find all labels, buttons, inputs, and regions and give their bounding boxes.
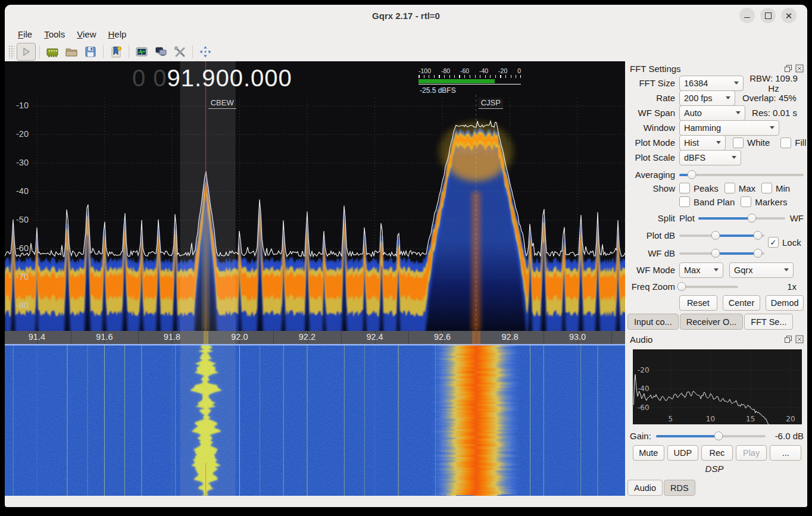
start-dsp-button[interactable]: [17, 43, 36, 61]
remote-control-button[interactable]: [152, 43, 170, 60]
gain-slider-handle[interactable]: [714, 431, 723, 440]
chevron-down-icon: [734, 82, 739, 85]
white-checkbox[interactable]: [733, 137, 744, 148]
toolbar-grip[interactable]: [8, 45, 14, 58]
gain-slider[interactable]: [656, 431, 766, 441]
min-checkbox[interactable]: [761, 183, 772, 193]
plot-db-low-handle[interactable]: [711, 231, 720, 240]
titlebar[interactable]: Gqrx 2.17 - rtl=0 ✕: [5, 5, 807, 26]
wf-span-select[interactable]: Auto: [679, 105, 745, 121]
save-button[interactable]: [82, 43, 99, 60]
chevron-down-icon: [732, 156, 736, 159]
tab-rds[interactable]: RDS: [664, 480, 695, 496]
chevron-down-icon: [784, 268, 789, 271]
io-config-button[interactable]: [43, 43, 61, 60]
maximize-button[interactable]: [760, 8, 776, 23]
dock-tabbar: Input co...Receiver O...FFT Se...: [627, 314, 793, 330]
bookmark-label-cjsp[interactable]: CJSP: [479, 98, 503, 109]
wf-span-label: WF Span: [625, 108, 679, 118]
bookmarks-button[interactable]: [107, 43, 125, 60]
menu-file[interactable]: File: [12, 28, 38, 40]
plot-scale-select[interactable]: dBFS: [679, 150, 741, 165]
plot-scale-label: Plot Scale: [625, 152, 679, 162]
udp-button[interactable]: UDP: [667, 445, 699, 461]
float-dock-icon[interactable]: [784, 335, 792, 343]
gain-value: -6.0 dB: [770, 431, 804, 441]
peaks-checkbox[interactable]: [679, 183, 690, 193]
wf-db-low-handle[interactable]: [711, 249, 720, 258]
window-select[interactable]: Hamming: [679, 120, 779, 136]
frequency-digits[interactable]: 91.900.000: [167, 65, 292, 91]
tab-receivero[interactable]: Receiver O...: [680, 314, 744, 330]
db-tick-label: -60: [7, 243, 29, 253]
max-checkbox[interactable]: [724, 183, 735, 193]
fill-checkbox[interactable]: [780, 137, 791, 148]
markers-checkbox[interactable]: [741, 196, 751, 207]
reset-button[interactable]: Reset: [679, 295, 717, 311]
menu-help[interactable]: Help: [102, 28, 132, 40]
close-dock-icon[interactable]: [795, 64, 804, 73]
plot-db-range-slider[interactable]: [679, 230, 764, 240]
band-plan-checkbox[interactable]: [679, 196, 690, 207]
split-slider-handle[interactable]: [748, 214, 757, 223]
freq-zoom-slider-handle[interactable]: [677, 282, 686, 291]
waterfall[interactable]: [5, 344, 625, 496]
waterfall-canvas[interactable]: [5, 344, 625, 496]
rate-select[interactable]: 200 fps: [679, 90, 735, 106]
toolbar: [5, 42, 807, 62]
split-slider[interactable]: [698, 213, 785, 223]
averaging-slider[interactable]: [679, 170, 804, 180]
freq-zoom-label: Freq Zoom: [625, 282, 679, 292]
freq-tick-label: 93.0: [564, 332, 591, 342]
window-label: Window: [625, 123, 679, 133]
svg-text:10: 10: [706, 415, 715, 423]
float-dock-icon[interactable]: [784, 64, 792, 73]
wf-mode-select[interactable]: Max: [679, 262, 723, 278]
bookmark-label-cbew[interactable]: CBEW: [208, 98, 236, 109]
open-file-button[interactable]: [63, 43, 80, 60]
tab-fftse[interactable]: FFT Se...: [744, 314, 793, 330]
close-dock-icon[interactable]: [795, 335, 804, 343]
window-title: Gqrx 2.17 - rtl=0: [5, 11, 807, 21]
tab-audio[interactable]: Audio: [627, 480, 663, 496]
tools-button[interactable]: [171, 43, 189, 60]
audio-spectrum-plot[interactable]: 5101520-20-40-60: [633, 349, 802, 424]
freq-tick-label: 92.6: [429, 332, 456, 342]
demod-button[interactable]: Demod: [766, 295, 804, 311]
minimize-button[interactable]: [739, 8, 755, 23]
wf-theme-select[interactable]: Gqrx: [729, 262, 794, 278]
menu-view[interactable]: View: [71, 28, 102, 40]
rec-button[interactable]: Rec: [701, 445, 733, 461]
center-button[interactable]: Center: [723, 295, 761, 311]
freq-zoom-slider[interactable]: [679, 282, 738, 292]
lock-checkbox[interactable]: ✓: [768, 237, 779, 248]
wf-db-range-slider[interactable]: [679, 248, 764, 258]
meter-tick-label: 0: [517, 67, 521, 74]
meter-value: -25.5 dBFS: [419, 86, 521, 95]
res-value: Res: 0.01 s: [745, 108, 804, 118]
wf-db-high-handle[interactable]: [753, 249, 762, 258]
overlap-value: Overlap: 45%: [735, 93, 804, 103]
averaging-slider-handle[interactable]: [687, 170, 696, 179]
freq-tick-label: 92.4: [361, 332, 389, 342]
wf-mode-label: WF Mode: [625, 265, 679, 275]
spectrum-canvas[interactable]: [5, 61, 625, 331]
mute-button[interactable]: Mute: [633, 445, 664, 461]
tab-inputco[interactable]: Input co...: [627, 314, 679, 330]
frequency-display[interactable]: 0 091.900.000: [132, 65, 292, 92]
frequency-axis[interactable]: 91.491.691.892.092.292.492.692.893.0: [5, 331, 625, 344]
freq-tick-label: 92.8: [496, 332, 524, 342]
fullscreen-button[interactable]: [196, 43, 214, 60]
menu-tools[interactable]: Tools: [38, 28, 71, 40]
spectrum-plot[interactable]: 0 091.900.000 -100-80-60-40-200 -25.5 dB…: [5, 61, 625, 331]
-button[interactable]: ...: [770, 445, 801, 461]
fft-size-select[interactable]: 16384: [679, 76, 744, 91]
close-button[interactable]: ✕: [781, 8, 797, 23]
db-tick-label: -10: [7, 101, 29, 110]
plot-db-high-handle[interactable]: [753, 231, 762, 240]
fft-display-button[interactable]: [133, 43, 151, 60]
db-tick-label: -30: [7, 158, 29, 167]
dsp-label: DSP: [625, 464, 804, 474]
plot-mode-select[interactable]: Hist: [679, 135, 726, 151]
play-button: Play: [736, 445, 767, 461]
